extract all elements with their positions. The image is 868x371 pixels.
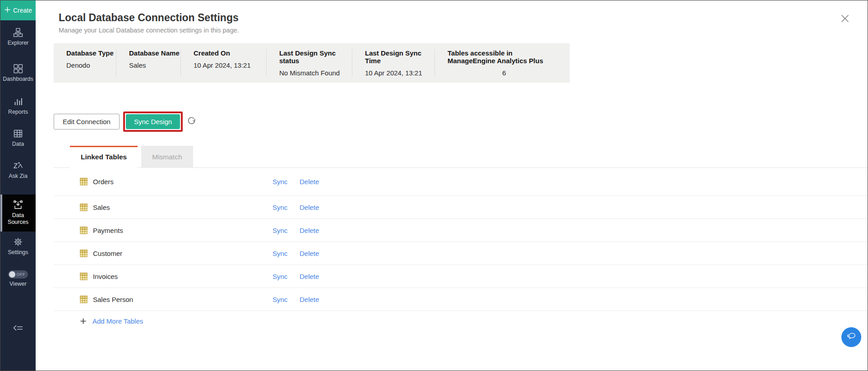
zia-icon [13,161,23,171]
sidebar-item-label: Dashboards [3,76,33,83]
table-name: Sales Person [93,296,272,303]
sidebar-item-ask-zia[interactable]: Ask Zia [0,161,36,180]
table-row: Sales Sync Delete [54,196,868,219]
sidebar-item-label: Data Sources [2,212,34,226]
info-label: Last Design Sync status [279,49,352,65]
delete-link[interactable]: Delete [300,227,319,234]
edit-connection-button[interactable]: Edit Connection [54,114,120,130]
page-title: Local Database Connection Settings [59,12,868,24]
dashboards-icon [13,64,23,74]
toolbar: Edit Connection Sync Design [54,111,868,132]
close-icon[interactable] [840,13,850,26]
create-label: Create [13,7,32,14]
info-value: No Mismatch Found [279,69,352,77]
highlight-box: Sync Design [123,111,183,132]
page-header: Local Database Connection Settings Manag… [59,12,868,34]
sync-design-button[interactable]: Sync Design [126,114,180,129]
sync-link[interactable]: Sync [272,227,291,234]
info-value: Denodo [66,61,116,69]
delete-link[interactable]: Delete [300,273,319,280]
sidebar-item-label: Data [12,141,24,148]
info-col-tables-accessible: Tables accessible in ManageEngine Analyt… [434,49,570,77]
delete-link[interactable]: Delete [300,178,319,186]
info-value: 10 Apr 2024, 13:21 [194,61,266,69]
table-row: Customer Sync Delete [54,242,868,265]
info-col-sync-status: Last Design Sync status No Mismatch Foun… [266,49,352,77]
sidebar-item-dashboards[interactable]: Dashboards [0,64,36,83]
plus-icon [4,6,11,14]
refresh-icon[interactable] [187,117,196,126]
sidebar-item-data[interactable]: Data [0,129,36,148]
info-label: Created On [194,49,266,57]
table-icon [80,296,88,303]
tab-bar: Linked Tables Mismatch [54,146,868,168]
table-name: Customer [93,250,272,257]
table-icon [80,227,88,234]
sidebar-item-label: Ask Zia [9,173,28,180]
tab-mismatch[interactable]: Mismatch [141,146,193,168]
sidebar-item-label: Explorer [8,40,29,46]
viewer-toggle[interactable]: OFF [8,270,28,278]
table-row: Sales Person Sync Delete [54,288,868,311]
linked-tables-list: Orders Sync Delete Sales Sync Delete Pay… [54,168,868,311]
table-icon [80,178,88,186]
info-label: Database Type [66,49,116,57]
active-indicator [0,195,2,232]
collapse-sidebar-button[interactable] [13,323,23,335]
table-name: Invoices [93,273,272,280]
tab-linked-tables[interactable]: Linked Tables [70,146,138,168]
bar-chart-icon [13,97,23,107]
chat-icon [846,331,857,343]
collapse-icon [13,327,23,334]
table-row: Orders Sync Delete [54,168,868,196]
table-name: Orders [93,178,272,186]
add-more-tables-label: Add More Tables [92,317,143,325]
sync-link[interactable]: Sync [272,250,291,257]
table-grid-icon [13,129,23,139]
data-sources-icon [13,200,23,210]
table-row: Payments Sync Delete [54,219,868,242]
table-icon [80,250,88,257]
table-name: Payments [93,227,272,234]
delete-link[interactable]: Delete [300,250,319,257]
add-more-tables[interactable]: Add More Tables [54,317,868,325]
table-icon [80,273,88,280]
info-value: 10 Apr 2024, 13:21 [365,69,434,77]
sidebar-item-explorer[interactable]: Explorer [0,28,36,46]
delete-link[interactable]: Delete [300,204,319,211]
info-label: Last Design Sync Time [365,49,434,65]
connection-info-strip: Database Type Denodo Database Name Sales… [54,43,570,83]
chat-fab-button[interactable] [841,327,861,347]
toggle-state-label: OFF [17,270,26,278]
sidebar-item-settings[interactable]: Settings [0,237,36,256]
delete-link[interactable]: Delete [300,296,319,303]
info-col-database-type: Database Type Denodo [54,49,116,77]
sidebar: Create Explorer Dashboards [0,0,36,371]
info-value: Sales [129,61,180,69]
info-col-created-on: Created On 10 Apr 2024, 13:21 [180,49,266,77]
create-button[interactable]: Create [0,0,36,20]
sync-link[interactable]: Sync [272,273,291,280]
viewer-label: Viewer [9,281,27,287]
info-value: 6 [448,69,561,77]
sync-link[interactable]: Sync [272,178,291,186]
info-label: Tables accessible in ManageEngine Analyt… [448,49,561,65]
page-subtitle: Manage your Local Database connection se… [59,27,868,34]
add-icon [80,318,87,325]
sidebar-item-data-sources[interactable]: Data Sources [0,195,36,232]
sync-link[interactable]: Sync [272,296,291,303]
sync-link[interactable]: Sync [272,204,291,211]
sidebar-item-label: Reports [8,109,28,116]
explorer-icon [13,28,23,37]
sidebar-item-reports[interactable]: Reports [0,97,36,116]
table-row: Invoices Sync Delete [54,265,868,288]
toggle-knob [9,271,15,278]
main-panel: Local Database Connection Settings Manag… [36,0,868,371]
gear-icon [13,237,23,247]
app-window: Create Explorer Dashboards [0,0,868,371]
info-col-database-name: Database Name Sales [116,49,180,77]
info-col-sync-time: Last Design Sync Time 10 Apr 2024, 13:21 [352,49,434,77]
info-label: Database Name [129,49,180,57]
sidebar-item-label: Settings [8,249,28,256]
viewer-section: OFF Viewer [8,270,28,287]
